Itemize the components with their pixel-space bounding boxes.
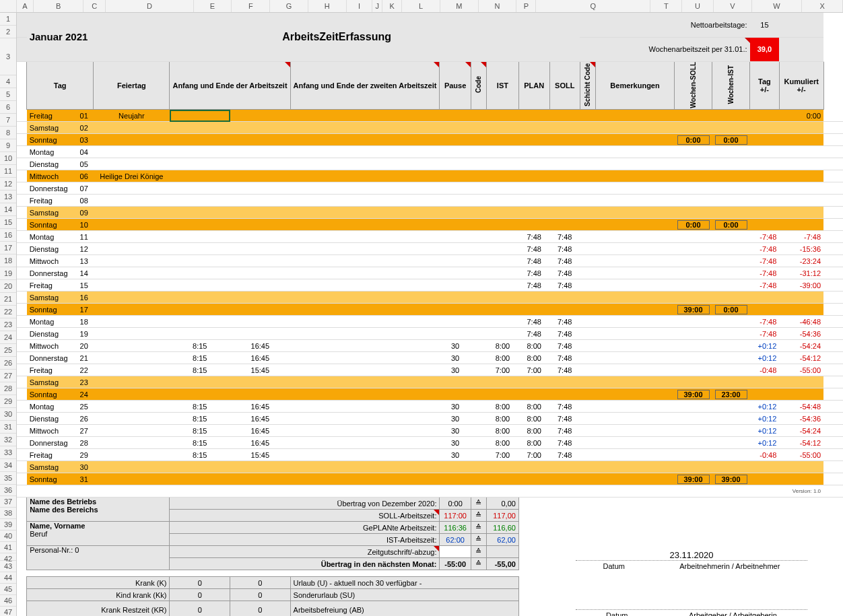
row-08[interactable]: Freitag08 <box>17 195 843 207</box>
row-31[interactable]: Sonntag3139:0039:00 <box>17 473 843 485</box>
cell-E5[interactable] <box>170 122 230 134</box>
cell-E23[interactable]: 8:15 <box>170 340 230 352</box>
col-C[interactable]: C <box>83 0 106 12</box>
cell-E22[interactable] <box>170 328 230 340</box>
row-18[interactable]: Montag187:487:48-7:48-46:48 <box>17 316 843 328</box>
row-10[interactable]: Sonntag100:000:00 <box>17 219 843 231</box>
col-L[interactable]: L <box>402 0 440 12</box>
week-label: Wochenarbeitszeit per 31.01.: <box>596 37 750 61</box>
col-H[interactable]: H <box>308 0 347 12</box>
cell-E12[interactable] <box>170 207 230 219</box>
cell-E20[interactable] <box>170 304 230 316</box>
cell-E9[interactable] <box>170 170 230 182</box>
cell-E10[interactable] <box>170 182 230 195</box>
col-M[interactable]: M <box>440 0 479 12</box>
row-23[interactable]: Samstag23 <box>17 376 843 388</box>
col-B[interactable]: B <box>34 0 84 12</box>
col-D[interactable]: D <box>106 0 193 12</box>
col-X[interactable]: X <box>802 0 843 12</box>
net-label: Nettoarbeitstage: <box>596 13 750 37</box>
row-headers: 1234567891011121314151617181920212223242… <box>0 13 17 616</box>
col-A[interactable]: A <box>17 0 34 12</box>
row-16[interactable]: Samstag16 <box>17 292 843 304</box>
col-G[interactable]: G <box>270 0 308 12</box>
cell-E16[interactable] <box>170 255 230 267</box>
row-02[interactable]: Samstag02 <box>17 122 843 134</box>
cell-E7[interactable] <box>170 146 230 158</box>
row-30[interactable]: Samstag30 <box>17 461 843 473</box>
row-27[interactable]: Mittwoch278:1516:45308:008:007:48+0:12-5… <box>17 425 843 437</box>
col-P[interactable]: P <box>516 0 536 12</box>
row-09[interactable]: Samstag09 <box>17 207 843 219</box>
cell-E28[interactable]: 8:15 <box>170 401 230 413</box>
col-V[interactable]: V <box>714 0 752 12</box>
cell-E14[interactable] <box>170 231 230 243</box>
cell-E31[interactable]: 8:15 <box>170 437 230 449</box>
column-headers: ABCDEFGHIJKLMNPQTUVWX <box>0 0 843 13</box>
row-22[interactable]: Freitag228:1515:45307:007:007:48-0:48-55… <box>17 364 843 376</box>
col-T[interactable]: T <box>650 0 682 12</box>
cell-E6[interactable] <box>170 134 230 146</box>
version: Version: 1.0 <box>779 485 823 498</box>
row-25[interactable]: Montag258:1516:45308:008:007:48+0:12-54:… <box>17 401 843 413</box>
row-04[interactable]: Montag04 <box>17 146 843 158</box>
cell-E4[interactable] <box>170 110 230 122</box>
col-I[interactable]: I <box>347 0 373 12</box>
col-Q[interactable]: Q <box>536 0 650 12</box>
row-21[interactable]: Donnerstag218:1516:45308:008:007:48+0:12… <box>17 352 843 364</box>
cell-E19[interactable] <box>170 292 230 304</box>
cell-E15[interactable] <box>170 243 230 255</box>
net-val: 15 <box>750 13 780 37</box>
app-title: ArbeitsZeitErfassung <box>94 13 580 61</box>
row-28[interactable]: Donnerstag288:1516:45308:008:007:48+0:12… <box>17 437 843 449</box>
col-U[interactable]: U <box>682 0 714 12</box>
col-N[interactable]: N <box>479 0 517 12</box>
cell-E29[interactable]: 8:15 <box>170 413 230 425</box>
row-20[interactable]: Mittwoch208:1516:45308:008:007:48+0:12-5… <box>17 340 843 352</box>
cell-E25[interactable]: 8:15 <box>170 364 230 376</box>
cell-E27[interactable] <box>170 388 230 401</box>
row-26[interactable]: Dienstag268:1516:45308:008:007:48+0:12-5… <box>17 413 843 425</box>
col-F[interactable]: F <box>232 0 270 12</box>
row-14[interactable]: Donnerstag147:487:48-7:48-31:12 <box>17 267 843 279</box>
cell-E33[interactable] <box>170 461 230 473</box>
row-06[interactable]: Mittwoch06Heilige Drei Könige <box>17 170 843 182</box>
cell-E11[interactable] <box>170 195 230 207</box>
cell-E34[interactable] <box>170 473 230 485</box>
row-19[interactable]: Dienstag197:487:48-7:48-54:36 <box>17 328 843 340</box>
row-05[interactable]: Dienstag05 <box>17 158 843 170</box>
row-03[interactable]: Sonntag030:000:00 <box>17 134 843 146</box>
row-01[interactable]: Freitag01Neujahr0:00 <box>17 110 843 122</box>
cell-E26[interactable] <box>170 376 230 388</box>
grid[interactable]: Januar 2021ArbeitsZeitErfassungNettoarbe… <box>17 13 843 616</box>
cell-E21[interactable] <box>170 316 230 328</box>
cell-E18[interactable] <box>170 279 230 292</box>
cell-E30[interactable]: 8:15 <box>170 425 230 437</box>
cell-E13[interactable] <box>170 219 230 231</box>
col-K[interactable]: K <box>382 0 402 12</box>
cell-E8[interactable] <box>170 158 230 170</box>
cell-E17[interactable] <box>170 267 230 279</box>
row-17[interactable]: Sonntag1739:000:00 <box>17 304 843 316</box>
col-E[interactable]: E <box>194 0 232 12</box>
row-11[interactable]: Montag117:487:48-7:48-7:48 <box>17 231 843 243</box>
row-12[interactable]: Dienstag127:487:48-7:48-15:36 <box>17 243 843 255</box>
spreadsheet: ABCDEFGHIJKLMNPQTUVWX 123456789101112131… <box>0 0 843 616</box>
row-15[interactable]: Freitag157:487:48-7:48-39:00 <box>17 279 843 292</box>
week-val: 39,0 <box>750 37 780 61</box>
col-J[interactable]: J <box>372 0 382 12</box>
row-29[interactable]: Freitag298:1515:45307:007:007:48-0:48-55… <box>17 449 843 461</box>
cell-E32[interactable]: 8:15 <box>170 449 230 461</box>
cell-E24[interactable]: 8:15 <box>170 352 230 364</box>
row-07[interactable]: Donnerstag07 <box>17 182 843 195</box>
col-W[interactable]: W <box>752 0 803 12</box>
row-13[interactable]: Mittwoch137:487:48-7:48-23:24 <box>17 255 843 267</box>
month-title: Januar 2021 <box>27 13 94 61</box>
row-24[interactable]: Sonntag2439:0023:00 <box>17 388 843 401</box>
